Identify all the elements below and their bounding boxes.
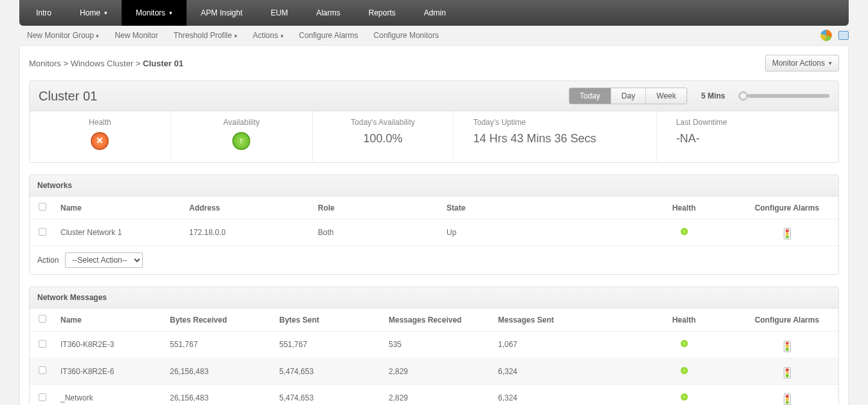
checkbox-all[interactable] — [39, 203, 46, 211]
nav-monitors[interactable]: Monitors▾ — [122, 0, 187, 26]
print-icon[interactable] — [838, 31, 849, 40]
crumb-windows-cluster[interactable]: Windows Cluster — [71, 59, 134, 68]
subnav-configure-alarms[interactable]: Configure Alarms — [291, 27, 366, 44]
page-title: Cluster 01 — [39, 89, 97, 104]
network-state: Up — [441, 220, 633, 246]
health-dot-icon[interactable] — [681, 228, 688, 235]
row-checkbox[interactable] — [39, 340, 46, 348]
subnav-actions[interactable]: Actions ▾ — [245, 27, 291, 44]
subnav-new-group[interactable]: New Monitor Group ▾ — [19, 27, 107, 44]
nav-admin[interactable]: Admin — [410, 0, 460, 26]
msg-name[interactable]: _Network — [55, 384, 165, 405]
configure-alarm-icon[interactable] — [784, 367, 791, 379]
monitor-actions-button[interactable]: Monitor Actions▾ — [765, 55, 839, 71]
health-dot-icon[interactable] — [681, 393, 688, 400]
interval-slider[interactable] — [739, 93, 829, 99]
nav-apm[interactable]: APM Insight — [187, 0, 257, 26]
time-range-segment: Today Day Week — [569, 88, 687, 104]
today-availability-label: Today's Availability — [332, 118, 434, 127]
table-row: Cluster Network 1 172.18.0.0 Both Up — [30, 220, 838, 246]
row-checkbox[interactable] — [39, 228, 46, 236]
table-row: IT360-K8R2E-3 551,767 551,767 535 1,067 — [30, 332, 838, 358]
configure-alarm-icon[interactable] — [784, 341, 791, 352]
chevron-down-icon: ▾ — [829, 60, 832, 66]
row-checkbox[interactable] — [39, 366, 46, 374]
chevron-down-icon: ▾ — [281, 33, 284, 39]
table-row: _Network 26,156,483 5,474,653 2,829 6,32… — [30, 384, 838, 405]
crumb-monitors[interactable]: Monitors — [29, 59, 61, 68]
network-address: 172.18.0.0 — [184, 220, 313, 246]
chart-icon[interactable] — [820, 30, 832, 41]
chevron-down-icon: ▾ — [96, 33, 99, 39]
health-label: Health — [49, 118, 151, 127]
networks-panel: Networks Name Address Role State Health … — [29, 174, 839, 275]
messages-table: Name Bytes Received Bytes Sent Messages … — [30, 308, 838, 405]
network-name[interactable]: Cluster Network 1 — [55, 220, 184, 246]
subnav-threshold[interactable]: Threshold Profile ▾ — [166, 27, 245, 44]
subnav-configure-monitors[interactable]: Configure Monitors — [366, 27, 447, 44]
range-today[interactable]: Today — [569, 88, 611, 104]
uptime-label: Today's Uptime — [473, 118, 636, 127]
interval-label: 5 Mins — [701, 91, 725, 100]
row-checkbox[interactable] — [39, 393, 46, 401]
networks-heading: Networks — [30, 175, 838, 196]
network-role: Both — [313, 220, 441, 246]
nav-home[interactable]: Home▾ — [66, 0, 122, 26]
slider-knob[interactable] — [739, 91, 748, 100]
breadcrumb: Monitors > Windows Cluster > Cluster 01 — [29, 59, 183, 68]
downtime-value: -NA- — [676, 132, 819, 146]
top-nav: Intro Home▾ Monitors▾ APM Insight EUM Al… — [19, 0, 849, 26]
health-dot-icon[interactable] — [681, 340, 688, 347]
downtime-label: Last Downtime — [676, 118, 819, 127]
availability-label: Availability — [190, 118, 293, 127]
crumb-current: Cluster 01 — [143, 59, 183, 68]
networks-table: Name Address Role State Health Configure… — [30, 196, 838, 246]
msg-name[interactable]: IT360-K8R2E-3 — [55, 332, 165, 358]
table-row: IT360-K8R2E-6 26,156,483 5,474,653 2,829… — [30, 358, 838, 384]
availability-up-icon[interactable] — [232, 132, 250, 150]
chevron-down-icon: ▾ — [234, 33, 237, 39]
range-week[interactable]: Week — [645, 88, 686, 104]
action-label: Action — [37, 256, 59, 265]
chevron-down-icon: ▾ — [104, 10, 107, 16]
content-area: Monitors > Windows Cluster > Cluster 01 … — [19, 45, 849, 405]
checkbox-all[interactable] — [39, 315, 46, 323]
today-availability-value: 100.0% — [332, 132, 434, 146]
configure-alarm-icon[interactable] — [784, 228, 791, 240]
messages-panel: Network Messages Name Bytes Received Byt… — [29, 287, 839, 405]
sub-nav: New Monitor Group ▾ New Monitor Threshol… — [19, 26, 849, 45]
title-bar: Cluster 01 Today Day Week 5 Mins — [29, 80, 839, 111]
nav-alarms[interactable]: Alarms — [302, 0, 354, 26]
nav-intro[interactable]: Intro — [22, 0, 66, 26]
health-critical-icon[interactable] — [91, 132, 109, 150]
health-dot-icon[interactable] — [681, 367, 688, 374]
networks-footer: Action --Select Action-- — [30, 246, 838, 274]
nav-reports[interactable]: Reports — [355, 0, 410, 26]
subnav-new-monitor[interactable]: New Monitor — [107, 27, 165, 44]
uptime-value: 14 Hrs 43 Mins 36 Secs — [473, 132, 636, 146]
messages-heading: Network Messages — [30, 287, 838, 308]
msg-name[interactable]: IT360-K8R2E-6 — [55, 358, 165, 384]
nav-eum[interactable]: EUM — [257, 0, 302, 26]
chevron-down-icon: ▾ — [169, 10, 172, 16]
range-day[interactable]: Day — [611, 88, 645, 104]
configure-alarm-icon[interactable] — [784, 393, 791, 405]
networks-action-select[interactable]: --Select Action-- — [65, 252, 143, 268]
stat-row: Health Availability Today's Availability… — [29, 111, 839, 163]
